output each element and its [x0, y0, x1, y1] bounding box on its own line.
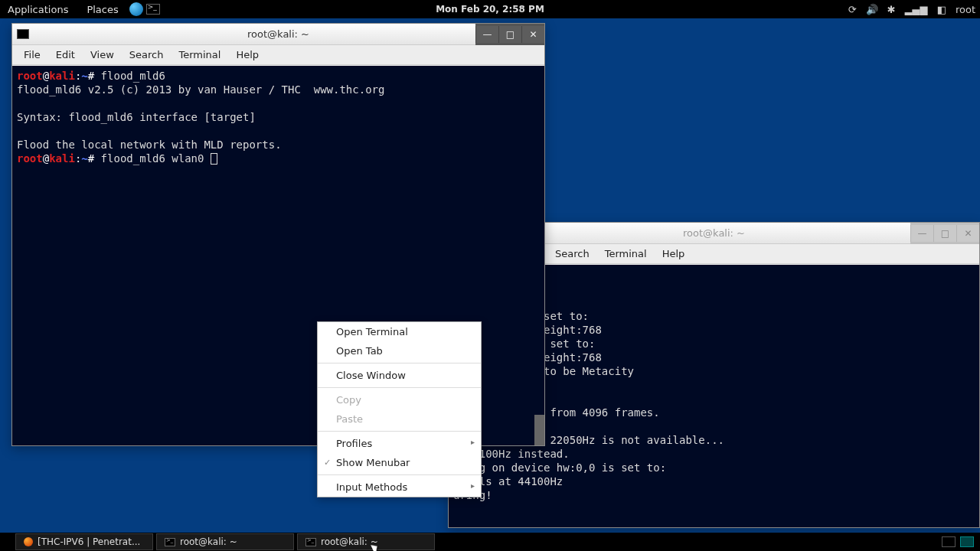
separator [318, 387, 481, 388]
close-button[interactable]: ✕ [956, 225, 979, 242]
window-icon [17, 29, 29, 39]
minimize-button[interactable]: — [475, 26, 498, 43]
minimize-button[interactable]: — [910, 225, 933, 242]
ctx-input-methods[interactable]: Input Methods [318, 478, 481, 497]
terminal-icon [165, 538, 175, 546]
bottom-panel: [THC-IPV6 | Penetrat... root@kali: ~ roo… [0, 533, 980, 551]
ctx-paste: Paste [318, 409, 481, 429]
window-title: root@kali: ~ [683, 227, 745, 239]
power-icon[interactable]: ◧ [937, 4, 946, 15]
scrollbar-thumb[interactable] [534, 415, 544, 445]
task-label: root@kali: ~ [321, 536, 378, 547]
volume-icon[interactable]: 🔊 [866, 4, 878, 15]
task-label: [THC-IPV6 | Penetrat... [38, 536, 140, 547]
menu-terminal[interactable]: Terminal [172, 47, 227, 62]
separator [318, 474, 481, 475]
top-panel: Applications Places Mon Feb 20, 2:58 PM … [0, 0, 980, 18]
close-button[interactable]: ✕ [521, 26, 544, 43]
check-icon: ✓ [324, 458, 331, 468]
ctx-close-window[interactable]: Close Window [318, 366, 481, 385]
tray-monitor-icon[interactable] [960, 536, 974, 547]
menu-view[interactable]: View [83, 47, 121, 62]
bluetooth-icon[interactable]: ✱ [887, 4, 896, 15]
network-icon[interactable]: ▂▄▆ [905, 4, 928, 15]
ctx-profiles[interactable]: Profiles [318, 434, 481, 453]
user-menu[interactable]: root [956, 4, 975, 15]
window-title: root@kali: ~ [247, 28, 309, 40]
update-icon[interactable]: ⟳ [848, 4, 857, 15]
menu-search[interactable]: Search [122, 47, 171, 62]
ctx-open-tab[interactable]: Open Tab [318, 341, 481, 360]
places-menu[interactable]: Places [79, 2, 126, 18]
ctx-open-terminal[interactable]: Open Terminal [318, 322, 481, 341]
ctx-show-menubar[interactable]: ✓Show Menubar [318, 453, 481, 472]
menu-edit[interactable]: Edit [49, 47, 82, 62]
applications-menu[interactable]: Applications [0, 2, 76, 18]
taskbar-button-terminal-1[interactable]: root@kali: ~ [156, 533, 294, 550]
separator [318, 431, 481, 432]
tray-terminal-icon[interactable] [942, 536, 956, 547]
menubar: File Edit View Search Terminal Help [12, 45, 544, 65]
titlebar[interactable]: root@kali: ~ — □ ✕ [12, 24, 544, 45]
terminal-context-menu: Open Terminal Open Tab Close Window Copy… [317, 321, 482, 497]
taskbar-button-terminal-2[interactable]: root@kali: ~ [297, 533, 435, 550]
taskbar-button-browser[interactable]: [THC-IPV6 | Penetrat... [15, 533, 153, 550]
maximize-button[interactable]: □ [498, 26, 521, 43]
menu-terminal[interactable]: Terminal [598, 246, 654, 261]
terminal-icon [305, 538, 316, 546]
ctx-copy: Copy [318, 390, 481, 409]
task-label: root@kali: ~ [180, 536, 237, 547]
menu-help[interactable]: Help [655, 246, 692, 261]
terminal-launcher-icon[interactable] [146, 4, 160, 15]
panel-clock[interactable]: Mon Feb 20, 2:58 PM [436, 4, 544, 15]
separator [318, 363, 481, 364]
browser-launcher-icon[interactable] [129, 2, 143, 16]
menu-file[interactable]: File [17, 47, 47, 62]
menu-search[interactable]: Search [548, 246, 596, 261]
maximize-button[interactable]: □ [933, 225, 956, 242]
browser-icon [24, 537, 33, 546]
menu-help[interactable]: Help [229, 47, 266, 62]
